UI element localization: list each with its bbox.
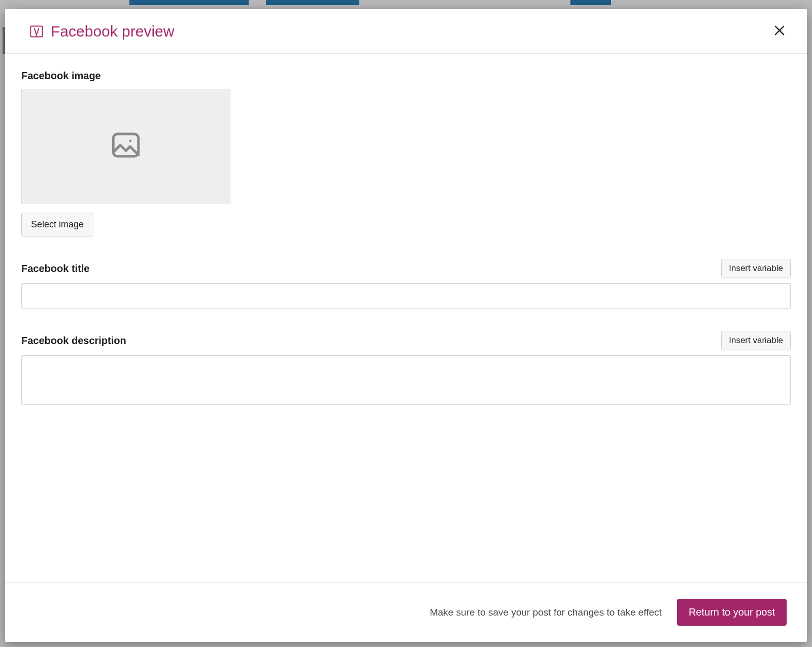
facebook-image-placeholder[interactable]: [21, 89, 230, 203]
facebook-image-label: Facebook image: [21, 70, 791, 82]
modal-footer: Make sure to save your post for changes …: [5, 582, 807, 642]
image-placeholder-icon: [109, 128, 143, 164]
footer-note: Make sure to save your post for changes …: [430, 607, 662, 618]
facebook-preview-modal: Facebook preview Facebook image Select: [5, 9, 807, 642]
insert-variable-title-button[interactable]: Insert variable: [721, 259, 791, 278]
svg-rect-3: [113, 134, 139, 156]
return-to-post-button[interactable]: Return to your post: [677, 599, 787, 626]
modal-body: Facebook image Select image Facebook tit…: [5, 54, 807, 582]
modal-header: Facebook preview: [5, 9, 807, 54]
insert-variable-description-button[interactable]: Insert variable: [721, 331, 791, 350]
facebook-description-input[interactable]: [21, 355, 791, 405]
modal-title-wrap: Facebook preview: [29, 23, 174, 40]
select-image-button[interactable]: Select image: [21, 213, 93, 236]
facebook-description-group: Facebook description Insert variable: [21, 331, 791, 407]
svg-point-4: [129, 140, 131, 142]
yoast-icon: [29, 24, 44, 39]
close-icon: [772, 31, 787, 39]
facebook-description-label: Facebook description: [21, 335, 126, 347]
modal-title: Facebook preview: [51, 23, 174, 40]
facebook-title-label: Facebook title: [21, 263, 89, 275]
facebook-title-input[interactable]: [21, 283, 791, 309]
close-button[interactable]: [769, 20, 790, 42]
facebook-title-group: Facebook title Insert variable: [21, 259, 791, 309]
